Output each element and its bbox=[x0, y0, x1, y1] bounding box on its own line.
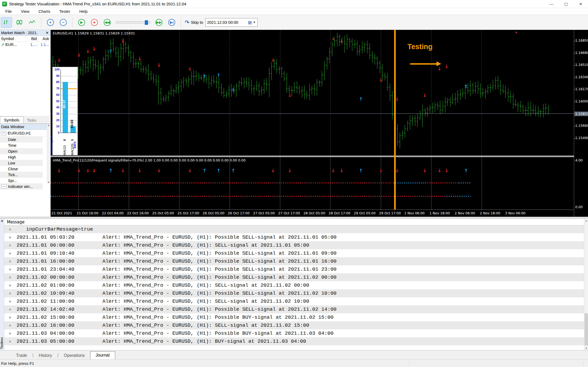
scrollbar-thumb[interactable] bbox=[585, 313, 588, 345]
scroll-down-icon[interactable]: ▼ bbox=[585, 347, 587, 350]
journal-row[interactable]: 2021.11.03 04:00:00Alert: HMA_Trend_Pro … bbox=[4, 329, 584, 337]
time-axis[interactable]: 21 Oct 202121 Oct 16:0022 Oct 04:0022 Oc… bbox=[51, 210, 574, 217]
sell-arrow-icon: ↓ bbox=[77, 53, 81, 57]
buy-arrow-icon: ↑ bbox=[359, 168, 363, 173]
bar-chart-button[interactable] bbox=[1, 17, 12, 28]
tab-history[interactable]: History bbox=[33, 352, 57, 359]
prob-xtick-label: 3 bbox=[71, 139, 74, 141]
gridline bbox=[179, 30, 179, 156]
price-axis[interactable]: 1.168501.166801.165101.163401.161701.160… bbox=[574, 30, 588, 217]
journal-row[interactable]: 2021.11.02 15:00:00Alert: HMA_Trend_Pro … bbox=[4, 313, 584, 321]
line-chart-icon: 〜 bbox=[2, 184, 6, 189]
candlestick-chart-button[interactable] bbox=[14, 17, 25, 28]
bullet-icon bbox=[9, 309, 11, 310]
zoom-in-button[interactable]: + bbox=[45, 17, 56, 28]
play-button[interactable]: ▶ bbox=[76, 17, 87, 28]
journal-row[interactable]: 2021.11.01 23:04:40Alert: HMA_Trend_Pro … bbox=[4, 265, 584, 273]
skip-to-end-button[interactable]: ▶| bbox=[166, 17, 177, 28]
gridline bbox=[230, 157, 230, 210]
gridline bbox=[482, 30, 482, 156]
journal-row[interactable]: 2021.11.01 05:03:20Alert: HMA_Trend_Pro … bbox=[4, 233, 584, 241]
time-axis-label: 3 Nov 06:00 bbox=[505, 211, 525, 215]
journal-row[interactable]: 2021.11.02 11:00:00Alert: HMA_Trend_Pro … bbox=[4, 297, 584, 305]
menu-view[interactable]: View bbox=[17, 8, 33, 14]
journal-row[interactable]: 2021.11.01 16:00:00Alert: HMA_Trend_Pro … bbox=[4, 257, 584, 265]
sell-arrow-icon: ↓ bbox=[138, 168, 141, 173]
rewind-button[interactable]: ◀◀ bbox=[102, 17, 113, 28]
horizontal-splitter[interactable] bbox=[0, 217, 588, 219]
tab-operations[interactable]: Operations bbox=[58, 352, 90, 359]
menu-charts[interactable]: Charts bbox=[35, 8, 54, 14]
prob-xlabel: bars bbox=[73, 142, 77, 148]
stop-button[interactable]: ■ bbox=[89, 17, 100, 28]
scroll-down-icon[interactable]: ▼ bbox=[47, 181, 50, 184]
calendar-icon[interactable]: ▦ bbox=[248, 20, 252, 25]
price-axis-label: 1.16170 bbox=[575, 87, 588, 91]
speed-slider[interactable] bbox=[116, 21, 150, 23]
skip-to-date-field[interactable]: 2021.12.03 00:00 ▦ ▼ bbox=[205, 18, 258, 27]
tab-symbols[interactable]: Symbols bbox=[0, 116, 23, 124]
current-price-badge: 1.15831 bbox=[574, 112, 588, 116]
signal-dotted-line bbox=[447, 196, 471, 197]
market-watch-row[interactable]: ↗ EUR...1....1.1... bbox=[0, 42, 50, 48]
close-button[interactable]: ✕ bbox=[573, 0, 588, 8]
zoom-out-button[interactable]: − bbox=[58, 17, 69, 28]
gridline bbox=[330, 30, 331, 156]
signal-dotted-line bbox=[51, 183, 391, 183]
left-panel-tabs: SymbolsTicks bbox=[0, 116, 51, 124]
data-window-panel: Data Window ✕ 〜 EURUSD,H1 ▲ DateTimeOpen… bbox=[0, 124, 51, 190]
gridline bbox=[78, 30, 79, 156]
journal-row[interactable]: 2021.11.02 00:00:00Alert: HMA_Trend_Pro … bbox=[4, 273, 584, 281]
market-watch-col-ask: Ask bbox=[38, 36, 50, 42]
sell-arrow-icon: ↓ bbox=[379, 78, 383, 82]
strategy-tester-window: Strategy Tester Visualization : HMA Tren… bbox=[0, 0, 588, 367]
sell-arrow-icon: ↓ bbox=[423, 168, 427, 173]
speed-slider-handle[interactable] bbox=[145, 20, 148, 25]
market-watch-close-icon[interactable]: ✕ bbox=[45, 31, 49, 35]
gridline bbox=[330, 157, 331, 210]
journal-row[interactable]: 2021.11.02 10:09:40Alert: HMA_Trend_Pro … bbox=[4, 289, 584, 297]
time-axis-label: 21 Oct 16:00 bbox=[77, 211, 99, 215]
scroll-up-icon[interactable]: ▲ bbox=[585, 219, 587, 222]
fast-forward-button[interactable]: ▶▶ bbox=[153, 17, 165, 28]
buy-arrow-icon: ↑ bbox=[231, 88, 235, 93]
tab-ticks[interactable]: Ticks bbox=[23, 117, 40, 124]
journal-row[interactable]: inpCurrBarMessage=true bbox=[4, 225, 584, 233]
menu-tester[interactable]: Tester bbox=[56, 8, 74, 14]
tab-trade[interactable]: Trade bbox=[11, 352, 32, 359]
journal-row[interactable]: 2021.11.01 09:10:40Alert: HMA_Trend_Pro … bbox=[4, 249, 584, 257]
prob-xtick-label: 8 bbox=[63, 139, 66, 141]
minimize-button[interactable]: — bbox=[544, 0, 559, 8]
maximize-button[interactable]: ▢ bbox=[559, 0, 573, 8]
skip-to-end-icon: ▶| bbox=[168, 19, 175, 26]
current-price-line bbox=[51, 113, 574, 114]
data-window-scrollbar[interactable]: ▼ bbox=[47, 131, 51, 184]
line-chart-button[interactable] bbox=[26, 17, 38, 28]
menu-help[interactable]: Help bbox=[75, 8, 91, 14]
scroll-up-icon[interactable]: ▲ bbox=[47, 124, 51, 131]
bullet-icon bbox=[9, 293, 11, 294]
data-window-field-indicatorwin: 〜Indicator win... bbox=[0, 184, 43, 190]
journal-row[interactable]: 2021.11.01 06:00:00Alert: HMA_Trend_Pro … bbox=[4, 241, 584, 249]
toolbox-close-icon[interactable]: ✕ bbox=[1, 219, 3, 223]
chart-area[interactable]: EURUSD,H1 1.15829 1.15831 1.15829 1.1583… bbox=[51, 30, 574, 217]
tab-journal[interactable]: Journal bbox=[90, 351, 115, 359]
journal-row[interactable]: 2021.11.02 01:00:00Alert: HMA_Trend_Pro … bbox=[4, 281, 584, 289]
menu-file[interactable]: File bbox=[2, 8, 15, 14]
time-axis-label: 27 Oct 05:00 bbox=[253, 211, 275, 215]
zoom-out-icon: − bbox=[60, 19, 67, 26]
bullet-icon bbox=[9, 285, 11, 286]
journal-row[interactable]: 2021.11.03 05:00:00Alert: HMA_Trend_Pro … bbox=[4, 337, 584, 345]
zoom-in-icon: + bbox=[47, 19, 54, 26]
probability-panel: 100908070605040302010080.3710.038HMA(12)… bbox=[52, 67, 78, 155]
data-window-fields: DateTimeOpenHighLowCloseTick...Spr...〜In… bbox=[0, 137, 51, 190]
bullet-icon bbox=[9, 317, 11, 318]
journal-row[interactable]: 2021.11.02 14:02:40Alert: HMA_Trend_Pro … bbox=[4, 305, 584, 313]
symbol-cell[interactable]: ↗ EUR... bbox=[0, 42, 26, 48]
gridline bbox=[381, 30, 381, 156]
journal-scrollbar[interactable]: ▲ ▼ bbox=[584, 219, 588, 350]
price-axis-label: 1.16680 bbox=[575, 51, 588, 55]
journal-row[interactable]: 2021.11.02 16:00:00Alert: HMA_Trend_Pro … bbox=[4, 321, 584, 329]
chevron-down-icon[interactable]: ▼ bbox=[253, 21, 256, 24]
testing-start-line bbox=[394, 30, 396, 217]
